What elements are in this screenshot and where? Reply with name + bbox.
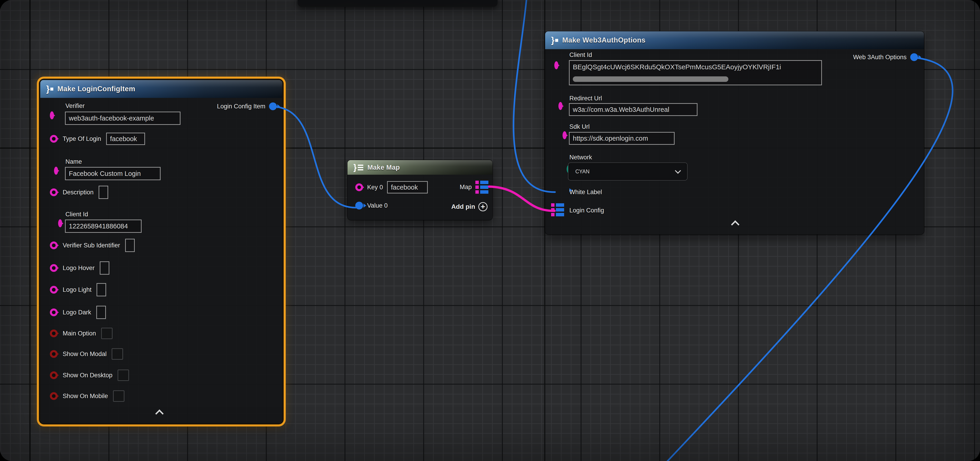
collapse-node-button[interactable]	[155, 410, 164, 418]
client-id-input[interactable]: 1222658941886084	[65, 219, 142, 233]
row-logo-hover: Logo Hover	[50, 261, 109, 275]
pin-label-web3auth-options: Web 3Auth Options	[853, 54, 907, 61]
pin-login-config[interactable]	[551, 203, 564, 216]
row-logo-dark: Logo Dark	[50, 306, 106, 319]
make-struct-icon	[551, 36, 558, 45]
pin-verifier-sub-identifier[interactable]	[50, 242, 58, 249]
pin-label-key-0: Key 0	[367, 184, 383, 191]
verifier-sub-identifier-input[interactable]	[125, 239, 135, 252]
pin-show-on-desktop[interactable]	[50, 371, 58, 379]
node-title: Make Web3AuthOptions	[562, 36, 646, 45]
pin-description[interactable]	[50, 188, 58, 196]
row-value-0: Value 0	[355, 202, 388, 210]
pin-show-on-mobile[interactable]	[50, 392, 58, 400]
redirect-url-input[interactable]: w3a://com.w3a.Web3AuthUnreal	[569, 103, 697, 116]
pin-sdk-url[interactable]	[563, 131, 566, 139]
pin-login-config-item-output[interactable]	[269, 102, 277, 110]
pin-main-option[interactable]	[50, 329, 58, 337]
pin-label-verifier: Verifier	[65, 102, 84, 110]
pin-label-logo-dark: Logo Dark	[63, 309, 91, 316]
pin-type-of-login[interactable]	[50, 135, 58, 143]
pin-label-client-id: Client Id	[65, 211, 88, 218]
main-option-checkbox[interactable]	[101, 328, 113, 339]
pin-verifier[interactable]	[50, 111, 54, 119]
pin-logo-light[interactable]	[50, 286, 58, 294]
pin-logo-dark[interactable]	[50, 308, 58, 316]
make-map-icon	[353, 163, 363, 172]
add-pin-label: Add pin	[451, 203, 475, 210]
row-verifier-sub-identifier: Verifier Sub Identifier	[50, 239, 135, 252]
pin-label-network: Network	[570, 154, 592, 161]
offscreen-node-stub[interactable]	[298, 0, 498, 7]
row-show-on-modal: Show On Modal	[50, 348, 123, 360]
pin-logo-hover[interactable]	[50, 264, 58, 272]
pin-label-logo-hover: Logo Hover	[63, 265, 95, 272]
pin-label-sdk-url: Sdk Url	[570, 123, 590, 130]
show-on-desktop-checkbox[interactable]	[118, 370, 129, 381]
pin-show-on-modal[interactable]	[50, 350, 58, 358]
pin-redirect-url[interactable]	[558, 102, 563, 110]
logo-hover-input[interactable]	[100, 261, 109, 275]
row-show-on-mobile: Show On Mobile	[50, 390, 124, 402]
verifier-input[interactable]: web3auth-facebook-example	[65, 111, 180, 125]
row-key-0: Key 0 facebook	[355, 181, 428, 194]
pin-label-map: Map	[460, 184, 472, 191]
pin-label-show-on-desktop: Show On Desktop	[63, 372, 113, 379]
pin-map-output[interactable]	[476, 181, 488, 194]
node-make-web3authoptions[interactable]: Make Web3AuthOptions Web 3Auth Options C…	[545, 31, 924, 234]
node-header[interactable]: Make LoginConfigItem	[40, 80, 282, 98]
pin-client-id[interactable]	[554, 61, 558, 69]
client-id-value: BEglQSgt4cUWcj6SKRdu5QkOXTsePmMcusG5EAoy…	[573, 63, 819, 71]
client-id-input[interactable]: BEglQSgt4cUWcj6SKRdu5QkOXTsePmMcusG5EAoy…	[569, 60, 822, 85]
pin-label-main-option: Main Option	[63, 330, 96, 337]
chevron-down-icon	[675, 168, 681, 174]
pin-label-description: Description	[63, 189, 94, 196]
type-of-login-input[interactable]: facebook	[106, 133, 145, 145]
node-make-loginconfigitem[interactable]: Make LoginConfigItem Verifier web3auth-f…	[40, 80, 282, 423]
node-header[interactable]: Make Web3AuthOptions	[545, 31, 924, 49]
pin-label-name: Name	[65, 158, 82, 165]
node-title: Make LoginConfigItem	[57, 85, 135, 93]
wire-loginconfigitem-to-value0[interactable]	[273, 107, 356, 208]
grid-origin-line	[29, 0, 30, 461]
client-id-scrollbar[interactable]	[573, 76, 729, 82]
pin-label-logo-light: Logo Light	[63, 286, 92, 293]
logo-dark-input[interactable]	[96, 306, 106, 319]
pin-name[interactable]	[54, 167, 58, 175]
pin-label-client-id: Client Id	[570, 51, 592, 59]
network-dropdown[interactable]: CYAN	[568, 162, 687, 180]
row-main-option: Main Option	[50, 328, 113, 339]
pin-label-redirect-url: Redirect Url	[570, 95, 602, 102]
add-pin-plus-icon	[478, 202, 487, 211]
collapse-node-button[interactable]	[731, 221, 740, 229]
pin-label-login-config: Login Config	[570, 207, 604, 214]
pin-web3auth-options-output[interactable]	[910, 53, 918, 61]
node-title: Make Map	[368, 164, 400, 171]
row-show-on-desktop: Show On Desktop	[50, 370, 129, 381]
pin-label-verifier-sub-identifier: Verifier Sub Identifier	[63, 242, 120, 249]
node-header[interactable]: Make Map	[347, 160, 493, 175]
pin-key-0[interactable]	[355, 183, 363, 191]
pin-label-show-on-modal: Show On Modal	[63, 351, 107, 358]
description-input[interactable]	[99, 186, 108, 199]
pin-label-value-0: Value 0	[367, 202, 388, 209]
row-logo-light: Logo Light	[50, 283, 106, 296]
show-on-modal-checkbox[interactable]	[111, 348, 123, 360]
row-type-of-login: Type Of Login facebook	[50, 133, 145, 145]
show-on-mobile-checkbox[interactable]	[113, 390, 124, 402]
pin-label-show-on-mobile: Show On Mobile	[63, 393, 108, 400]
pin-label-white-label: White Label	[570, 189, 602, 196]
pin-label-login-config-item: Login Config Item	[217, 103, 266, 110]
sdk-url-input[interactable]: https://sdk.openlogin.com	[569, 132, 675, 145]
row-description: Description	[50, 186, 108, 199]
pin-value-0[interactable]	[355, 202, 363, 210]
key-0-input[interactable]: facebook	[387, 181, 428, 194]
pin-client-id[interactable]	[58, 219, 62, 227]
name-input[interactable]: Facebook Custom Login	[65, 167, 161, 180]
pin-label-type-of-login: Type Of Login	[63, 135, 101, 143]
add-pin-button[interactable]: Add pin	[451, 202, 487, 211]
make-struct-icon	[46, 84, 53, 93]
logo-light-input[interactable]	[97, 283, 106, 296]
node-make-map[interactable]: Make Map Key 0 facebook Map Value 0 Add …	[347, 160, 493, 220]
blueprint-graph-canvas[interactable]: Make LoginConfigItem Verifier web3auth-f…	[0, 0, 980, 461]
